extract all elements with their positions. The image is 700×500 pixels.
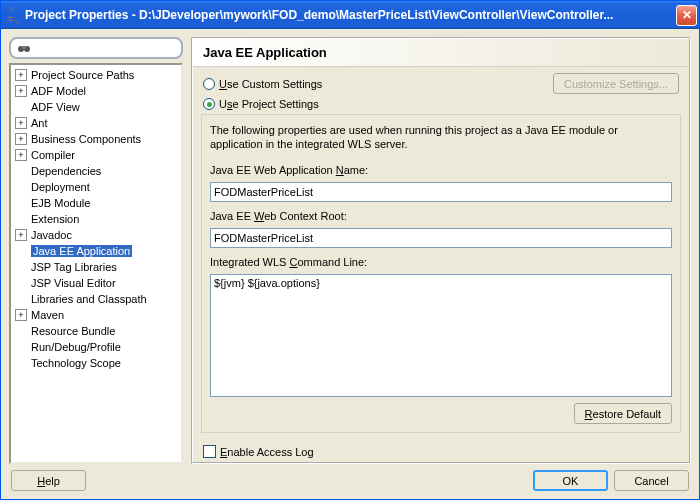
- tree-item-label: Extension: [31, 213, 79, 225]
- footer: Help OK Cancel: [9, 464, 691, 491]
- tree-item[interactable]: EJB Module: [11, 195, 181, 211]
- main-area: +Project Source Paths+ADF ModelADF View+…: [9, 37, 691, 464]
- enable-access-log-label: Enable Access Log: [220, 446, 314, 458]
- tree-item-label: JSP Tag Libraries: [31, 261, 117, 273]
- tree-item[interactable]: +Javadoc: [11, 227, 181, 243]
- titlebar[interactable]: Project Properties - D:\JDeveloper\mywor…: [1, 1, 699, 29]
- right-pane: Java EE Application Use Custom Settings …: [191, 37, 691, 464]
- tree-item[interactable]: Java EE Application: [11, 243, 181, 259]
- use-project-radio[interactable]: Use Project Settings: [203, 98, 319, 110]
- restore-default-button[interactable]: Restore Default: [574, 403, 672, 424]
- tree-item-label: Run/Debug/Profile: [31, 341, 121, 353]
- tree-expander-icon[interactable]: +: [15, 133, 27, 145]
- tree-item-label: ADF Model: [31, 85, 86, 97]
- context-root-input[interactable]: [210, 228, 672, 248]
- settings-mode-row2: Use Project Settings: [193, 98, 689, 114]
- ok-button[interactable]: OK: [533, 470, 608, 491]
- tree-expander-icon[interactable]: +: [15, 229, 27, 241]
- use-project-label: Use Project Settings: [219, 98, 319, 110]
- search-box[interactable]: [9, 37, 183, 59]
- tree-expander-icon[interactable]: +: [15, 85, 27, 97]
- cmd-line-textarea[interactable]: ${jvm} ${java.options}: [210, 274, 672, 397]
- tree-item-label: Dependencies: [31, 165, 101, 177]
- tree-item-label: ADF View: [31, 101, 80, 113]
- tree-item-label: Ant: [31, 117, 48, 129]
- tree-item[interactable]: +Business Components: [11, 131, 181, 147]
- description-text: The following properties are used when r…: [210, 123, 672, 152]
- tree-item[interactable]: Resource Bundle: [11, 323, 181, 339]
- customize-settings-button: Customize Settings...: [553, 73, 679, 94]
- tree-item-label: Compiler: [31, 149, 75, 161]
- tree-item[interactable]: Run/Debug/Profile: [11, 339, 181, 355]
- svg-rect-2: [22, 46, 26, 49]
- tree-item-label: Project Source Paths: [31, 69, 134, 81]
- form-area: The following properties are used when r…: [201, 114, 681, 433]
- tree-item[interactable]: +Project Source Paths: [11, 67, 181, 83]
- dialog-window: Project Properties - D:\JDeveloper\mywor…: [0, 0, 700, 500]
- category-tree[interactable]: +Project Source Paths+ADF ModelADF View+…: [9, 63, 183, 464]
- enable-access-log-checkbox[interactable]: [203, 445, 216, 458]
- tree-item-label: Technology Scope: [31, 357, 121, 369]
- cancel-button[interactable]: Cancel: [614, 470, 689, 491]
- settings-mode-row: Use Custom Settings Customize Settings..…: [193, 67, 689, 98]
- tree-item-label: EJB Module: [31, 197, 90, 209]
- enable-access-log-row[interactable]: Enable Access Log: [193, 441, 689, 462]
- tree-item[interactable]: Libraries and Classpath: [11, 291, 181, 307]
- binoculars-icon: [17, 41, 31, 55]
- use-custom-label: Use Custom Settings: [219, 78, 322, 90]
- use-custom-radio[interactable]: Use Custom Settings: [203, 78, 322, 90]
- tree-item-label: JSP Visual Editor: [31, 277, 116, 289]
- tree-expander-icon[interactable]: +: [15, 149, 27, 161]
- tree-item-label: Deployment: [31, 181, 90, 193]
- tree-item[interactable]: Extension: [11, 211, 181, 227]
- tree-item[interactable]: +Ant: [11, 115, 181, 131]
- tree-item-label: Java EE Application: [31, 245, 132, 257]
- app-name-input[interactable]: [210, 182, 672, 202]
- tree-item[interactable]: +Compiler: [11, 147, 181, 163]
- window-title: Project Properties - D:\JDeveloper\mywor…: [25, 8, 676, 22]
- app-name-label: Java EE Web Application Name:: [210, 164, 672, 176]
- panel-title: Java EE Application: [193, 39, 689, 67]
- tree-item[interactable]: JSP Tag Libraries: [11, 259, 181, 275]
- client-area: +Project Source Paths+ADF ModelADF View+…: [1, 29, 699, 499]
- tree-item[interactable]: Deployment: [11, 179, 181, 195]
- tree-item[interactable]: JSP Visual Editor: [11, 275, 181, 291]
- tree-item-label: Javadoc: [31, 229, 72, 241]
- close-button[interactable]: ✕: [676, 5, 697, 26]
- tree-item[interactable]: Technology Scope: [11, 355, 181, 371]
- cmd-line-label: Integrated WLS Command Line:: [210, 256, 672, 268]
- tree-item-label: Libraries and Classpath: [31, 293, 147, 305]
- tree-item-label: Resource Bundle: [31, 325, 115, 337]
- tree-item[interactable]: ADF View: [11, 99, 181, 115]
- tree-expander-icon[interactable]: +: [15, 69, 27, 81]
- tree-item[interactable]: +ADF Model: [11, 83, 181, 99]
- context-root-label: Java EE Web Context Root:: [210, 210, 672, 222]
- left-pane: +Project Source Paths+ADF ModelADF View+…: [9, 37, 183, 464]
- java-icon: [5, 7, 21, 23]
- tree-item-label: Maven: [31, 309, 64, 321]
- tree-item[interactable]: +Maven: [11, 307, 181, 323]
- tree-expander-icon[interactable]: +: [15, 309, 27, 321]
- help-button[interactable]: Help: [11, 470, 86, 491]
- tree-item[interactable]: Dependencies: [11, 163, 181, 179]
- tree-expander-icon[interactable]: +: [15, 117, 27, 129]
- tree-item-label: Business Components: [31, 133, 141, 145]
